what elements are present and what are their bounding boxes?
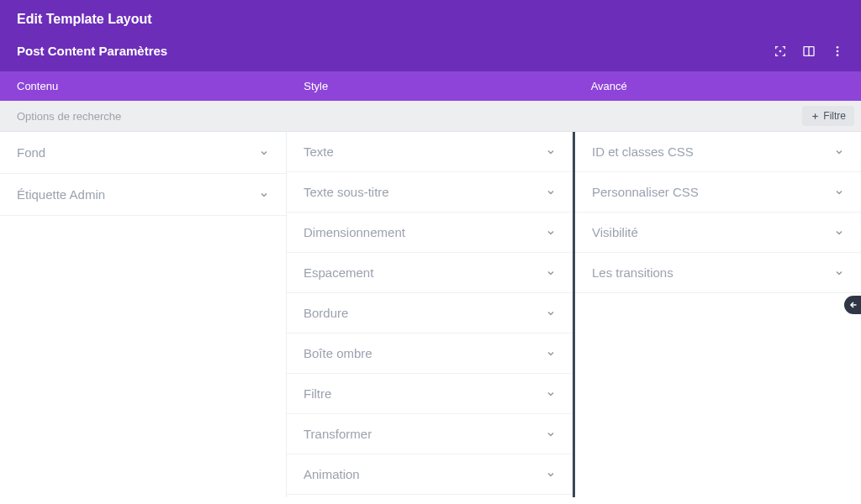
columns-icon[interactable]	[802, 45, 816, 58]
chevron-down-icon	[834, 147, 844, 157]
option-label: Bordure	[304, 306, 348, 320]
chevron-down-icon	[546, 470, 556, 480]
option-label: Texte	[304, 144, 334, 159]
chevron-down-icon	[546, 228, 556, 238]
tab-style-label: Style	[304, 80, 328, 92]
option-fond[interactable]: Fond	[0, 132, 286, 174]
option-etiquette-admin[interactable]: Étiquette Admin	[0, 174, 286, 216]
chevron-down-icon	[546, 308, 556, 318]
option-texte-sous-titre[interactable]: Texte sous-titre	[287, 172, 573, 213]
search-placeholder-text: Options de recherche	[17, 110, 121, 123]
svg-point-3	[837, 46, 839, 49]
tab-avance[interactable]: Avancé	[574, 71, 861, 101]
option-label: Texte sous-titre	[304, 185, 389, 199]
col-style: Texte Texte sous-titre Dimensionnement E…	[287, 132, 575, 497]
option-label: ID et classes CSS	[592, 144, 694, 159]
chevron-down-icon	[546, 389, 556, 399]
filter-button-label: Filtre	[823, 110, 846, 122]
option-label: Fond	[17, 145, 45, 160]
option-label: Boîte ombre	[304, 346, 372, 360]
option-label: Animation	[304, 467, 360, 481]
header-sub-title: Post Content Paramètres	[17, 44, 167, 58]
header-title: Edit Template Layout	[0, 0, 861, 39]
tab-contenu-label: Contenu	[17, 80, 58, 92]
option-label: Les transitions	[592, 265, 673, 280]
chevron-down-icon	[834, 268, 844, 278]
option-label: Personnaliser CSS	[592, 185, 699, 199]
option-label: Transformer	[304, 427, 372, 441]
search-row: Options de recherche Filtre	[0, 101, 861, 132]
tabs-row: Contenu Style Avancé	[0, 71, 861, 101]
chevron-down-icon	[546, 349, 556, 359]
chevron-down-icon	[259, 148, 269, 158]
tab-avance-label: Avancé	[591, 80, 627, 92]
collapse-toggle[interactable]	[844, 296, 861, 314]
chevron-down-icon	[546, 187, 556, 197]
option-boite-ombre[interactable]: Boîte ombre	[287, 333, 573, 374]
header-sub: Post Content Paramètres	[0, 39, 861, 71]
header-actions	[774, 45, 844, 58]
option-label: Espacement	[304, 265, 373, 280]
option-espacement[interactable]: Espacement	[287, 253, 573, 293]
search-input[interactable]: Options de recherche	[17, 110, 802, 123]
option-visibilite[interactable]: Visibilité	[575, 213, 861, 253]
option-bordure[interactable]: Bordure	[287, 293, 573, 333]
option-personnaliser-css[interactable]: Personnaliser CSS	[575, 172, 861, 213]
svg-point-4	[837, 50, 839, 52]
focus-icon[interactable]	[774, 45, 787, 58]
chevron-down-icon	[546, 268, 556, 278]
header-title-text: Edit Template Layout	[17, 12, 152, 26]
chevron-down-icon	[259, 190, 269, 200]
tab-contenu[interactable]: Contenu	[0, 71, 287, 101]
option-transitions[interactable]: Les transitions	[575, 253, 861, 293]
columns-area: Fond Étiquette Admin Texte Texte sous-ti…	[0, 132, 861, 497]
svg-point-5	[837, 54, 839, 56]
option-filtre[interactable]: Filtre	[287, 374, 573, 414]
option-id-css[interactable]: ID et classes CSS	[575, 132, 861, 172]
option-label: Étiquette Admin	[17, 187, 105, 202]
option-label: Dimensionnement	[304, 225, 405, 239]
chevron-down-icon	[546, 147, 556, 157]
option-texte[interactable]: Texte	[287, 132, 573, 172]
chevron-down-icon	[834, 228, 844, 238]
tab-style[interactable]: Style	[287, 71, 573, 101]
option-label: Visibilité	[592, 225, 638, 239]
filter-button[interactable]: Filtre	[802, 106, 854, 126]
arrow-left-icon	[848, 300, 858, 310]
col-content: Fond Étiquette Admin	[0, 132, 287, 497]
option-transformer[interactable]: Transformer	[287, 414, 573, 454]
chevron-down-icon	[834, 187, 844, 197]
option-label: Filtre	[304, 386, 331, 401]
option-animation[interactable]: Animation	[287, 454, 573, 495]
chevron-down-icon	[546, 429, 556, 439]
svg-point-0	[779, 50, 782, 52]
col-advanced: ID et classes CSS Personnaliser CSS Visi…	[575, 132, 861, 497]
more-icon[interactable]	[831, 45, 844, 58]
option-dimensionnement[interactable]: Dimensionnement	[287, 213, 573, 253]
